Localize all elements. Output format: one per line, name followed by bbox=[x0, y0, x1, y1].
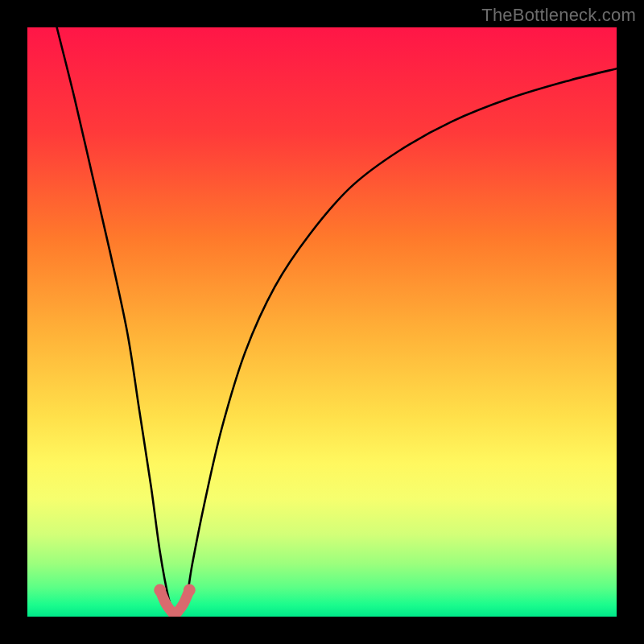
watermark-text: TheBottleneck.com bbox=[481, 5, 636, 26]
curve-layer bbox=[27, 27, 617, 617]
highlight-dots bbox=[154, 584, 196, 597]
plot-area bbox=[27, 27, 617, 617]
highlight-end-dot bbox=[184, 584, 196, 597]
bottleneck-curve bbox=[57, 27, 617, 616]
highlight-end-dot bbox=[154, 584, 166, 597]
chart-frame: TheBottleneck.com bbox=[0, 0, 644, 644]
